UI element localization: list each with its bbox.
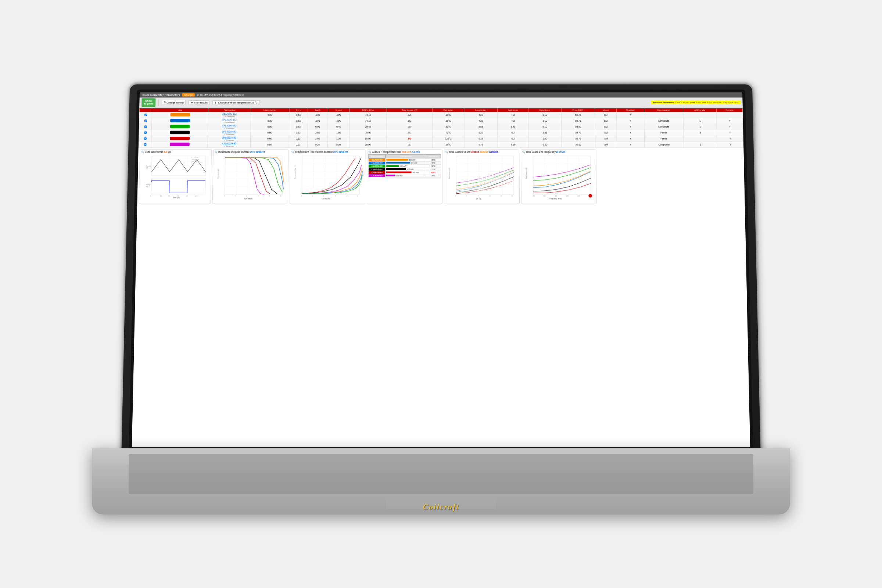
- svg-text:Inductance (µH): Inductance (µH): [217, 168, 219, 178]
- row-checkbox[interactable]: [138, 142, 152, 148]
- ccm-waveforms-title: 🔍 CCM Waveforms 6.8 µH: [141, 151, 210, 154]
- app-title: Buck Converter Parameters: [142, 93, 180, 97]
- row-part-number: XAL5050-682 ✓ Featured: [208, 124, 250, 130]
- losses-table: Part number Total losses Part temp. XEL4…: [368, 154, 441, 177]
- col-size: size: [152, 108, 208, 112]
- filter-results-button[interactable]: ▼ Filter results: [189, 100, 210, 105]
- temp-rise-vs-irms-svg: Temperature Rise (°C) Current (A) 0 1 2 …: [291, 154, 363, 200]
- row-checkbox[interactable]: [139, 130, 152, 136]
- row-part-number: XAL4030-682 ✓ Featured: [208, 118, 250, 124]
- svg-text:Time (µS): Time (µS): [173, 196, 180, 198]
- svg-text:1.5: 1.5: [177, 195, 179, 197]
- losses-chart: 🔍 Losses + Temperature rise 800 kHz 2 A …: [367, 149, 442, 204]
- row-part-number: LPS5235-682 ✓ Featured: [208, 130, 250, 136]
- losses-vs-vin-chart: 🔍 Total Losses vs Vin 400kHz 800kHz 1200…: [444, 149, 520, 204]
- change-sorting-button[interactable]: ⇅ Change sorting: [162, 100, 186, 105]
- laptop-keyboard: [129, 454, 753, 494]
- col-height: Height mm: [528, 108, 561, 112]
- table-row: LPS6225-683 ✓ Featured 6.80 0.63 2.80 1.…: [139, 136, 744, 141]
- row-swatch: [152, 124, 208, 130]
- change-button[interactable]: Change: [182, 93, 195, 97]
- lt-col-part: Part number: [369, 154, 386, 158]
- row-checkbox[interactable]: [139, 118, 152, 124]
- change-ambient-button[interactable]: 🌡 Change ambient temperature 25 °C: [213, 100, 260, 105]
- losses-row: XAL6060-682 133 mW 28°C: [369, 174, 441, 177]
- col-dcr: DCR mΩ/typ: [350, 108, 387, 112]
- svg-text:10: 10: [280, 195, 281, 197]
- params-info: In 10-15V Out 5V/2A Frequency 800 kHz: [197, 94, 244, 96]
- show-parts-button[interactable]: Showall parts: [141, 98, 156, 107]
- losses-row: XAL5050-682 180 mW 32°C: [369, 165, 441, 168]
- col-price: Price $/100: [561, 108, 595, 112]
- laptop-body: Buck Converter Parameters Change In 10-1…: [92, 74, 790, 514]
- losses-vs-freq-svg: Frequency (kHz) 400 600 800 1000 1200 To…: [522, 154, 595, 200]
- table-row: XAL4030-682 ✓ Featured 6.80 0.63 3.60 3.…: [139, 118, 743, 124]
- row-swatch: [152, 142, 208, 148]
- brand-label: Coilcraft: [423, 502, 459, 512]
- col-wire: For wire: [717, 108, 743, 112]
- losses-vs-freq-title: 🔍 Total Losses vs Frequency at 15Vin: [522, 151, 595, 154]
- col-isat: Isat A: [308, 108, 328, 112]
- row-part-number: XEL4030-682 ✓ Featured: [208, 112, 251, 118]
- svg-text:2: 2: [235, 195, 236, 197]
- laptop-container: Buck Converter Parameters Change In 10-1…: [37, 18, 845, 570]
- inductance-vs-ipeak-svg: Inductance (µH) Current (A) 0 2 4 6 8 10: [214, 154, 286, 200]
- lt-col-temp: Part temp.: [426, 154, 441, 158]
- row-swatch: [152, 112, 208, 118]
- col-shielded: Shielded: [616, 108, 644, 112]
- svg-text:t = 1.25 µs: t = 1.25 µs: [192, 156, 198, 158]
- row-swatch: [152, 130, 208, 136]
- svg-text:4: 4: [246, 195, 247, 197]
- svg-text:11: 11: [489, 195, 490, 197]
- row-swatch: [152, 136, 208, 141]
- col-alt-l: Alt. L: [289, 108, 308, 112]
- svg-text:5: 5: [357, 195, 358, 197]
- laptop-base: Coilcraft: [92, 448, 790, 514]
- svg-text:800: 800: [555, 195, 557, 197]
- ccm-waveforms-chart: 🔍 CCM Waveforms 6.8 µH: [138, 149, 212, 204]
- col-part-number: Part number: [208, 108, 251, 112]
- table-row: XAL6060-682 ✓ Featured 6.80 0.63 9.20 9.…: [138, 142, 744, 148]
- table-row: LPS5235-682 ✓ Featured 6.80 0.63 2.80 1.…: [139, 130, 743, 136]
- col-mount: Mount: [595, 108, 616, 112]
- sort-icon: ⇅: [164, 101, 166, 104]
- svg-text:0: 0: [301, 195, 302, 197]
- svg-text:1.0: 1.0: [168, 195, 170, 197]
- losses-vs-vin-svg: Vin (V) 5 7 9 11 13 15 Total Losses (mW): [446, 154, 518, 200]
- svg-text:400: 400: [532, 195, 535, 197]
- header-bar: Buck Converter Parameters Change In 10-1…: [140, 92, 743, 98]
- svg-text:0.5: 0.5: [160, 195, 162, 197]
- ccm-waveforms-svg: Current (A) Voltage (V) Time (µS) 0 0.5: [140, 154, 210, 200]
- parts-table: size Part number L nominal µH Alt. L Isa…: [138, 108, 744, 148]
- losses-row: LPS5235-682 287 mW 72°C: [369, 168, 441, 171]
- svg-text:2.0: 2.0: [186, 195, 188, 197]
- svg-text:Current (A): Current (A): [244, 198, 252, 200]
- losses-row: XEL4030-682 325 mW 38°C: [369, 158, 441, 161]
- svg-rect-55: [456, 156, 514, 194]
- filter-icon: ▼: [191, 101, 193, 104]
- svg-text:3: 3: [335, 195, 336, 197]
- svg-text:6: 6: [258, 195, 259, 197]
- row-part-number: LPS6225-683 ✓ Featured: [208, 136, 250, 141]
- row-checkbox[interactable]: [139, 136, 152, 141]
- svg-text:2.5: 2.5: [195, 195, 197, 197]
- col-core-material: Core material: [644, 108, 683, 112]
- svg-text:Frequency (kHz): Frequency (kHz): [549, 198, 561, 200]
- svg-text:Total Losses (mW): Total Losses (mW): [525, 167, 527, 179]
- svg-text:Temperature Rise (°C): Temperature Rise (°C): [294, 165, 296, 179]
- losses-vs-vin-title: 🔍 Total Losses vs Vin 400kHz 800kHz 1200…: [446, 151, 518, 154]
- svg-text:4: 4: [346, 195, 347, 197]
- losses-title: 🔍 Losses + Temperature rise 800 kHz 2 A …: [368, 151, 441, 154]
- losses-row: LPS6225-683 365 mW 125°C: [369, 171, 441, 174]
- laptop-screen-content: Buck Converter Parameters Change In 10-1…: [132, 92, 750, 447]
- charts-area: 🔍 CCM Waveforms 6.8 µH: [132, 148, 750, 447]
- row-checkbox[interactable]: [139, 124, 152, 130]
- laptop-screen-bezel: Buck Converter Parameters Change In 10-1…: [129, 90, 753, 450]
- col-agc: AGC grade: [683, 108, 717, 112]
- svg-text:2: 2: [323, 195, 324, 197]
- row-checkbox[interactable]: [139, 112, 152, 118]
- toolbar-row: Showall parts ⇅ Change sorting ▼ Filter …: [139, 98, 743, 108]
- losses-vs-freq-chart: 🔍 Total Losses vs Frequency at 15Vin: [521, 149, 597, 204]
- svg-rect-72: [533, 156, 591, 194]
- svg-text:0: 0: [224, 195, 225, 197]
